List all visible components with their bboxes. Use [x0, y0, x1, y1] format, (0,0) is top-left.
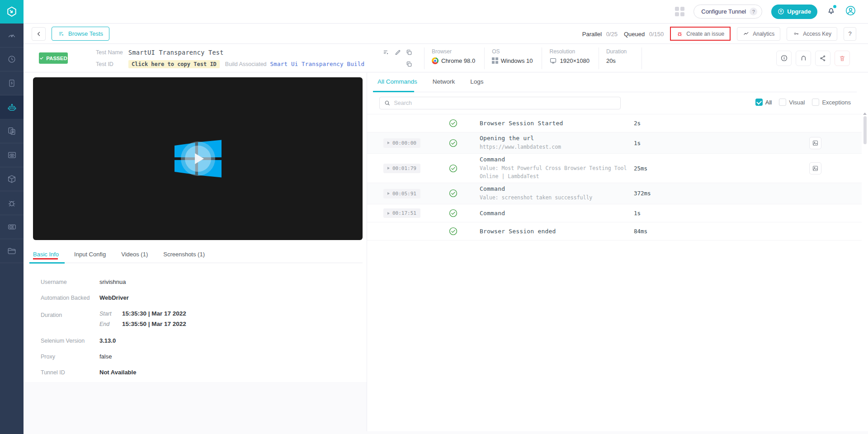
command-search[interactable]	[379, 97, 621, 109]
tab-basic-info[interactable]: Basic Info	[33, 250, 59, 263]
tab-network[interactable]: Network	[433, 78, 455, 92]
sidebar-item-projects[interactable]	[0, 239, 24, 263]
upgrade-button[interactable]: Upgrade	[771, 5, 817, 19]
tab-screenshots[interactable]: Screenshots (1)	[163, 250, 205, 263]
checkbox-visual[interactable]	[779, 99, 786, 106]
copy-test-name-button[interactable]	[406, 49, 412, 56]
command-duration: 2s	[634, 120, 715, 127]
resolution-label: Resolution	[549, 48, 589, 55]
resolution-column: Resolution 1920×1080	[542, 47, 598, 69]
play-icon	[195, 153, 204, 164]
tunnel-help-icon[interactable]: ?	[750, 8, 757, 15]
tab-input-config[interactable]: Input Config	[74, 250, 106, 263]
build-associated-label: Build Associated	[225, 61, 267, 67]
browse-tests-button[interactable]: Browse Tests	[52, 27, 109, 41]
check-circle-icon	[448, 208, 458, 218]
basic-info-section: Username srivishnua Automation Backed We…	[41, 274, 353, 380]
check-circle-icon	[448, 226, 458, 236]
session-arch-button[interactable]	[796, 51, 811, 66]
checkbox-exceptions[interactable]	[812, 99, 819, 106]
account-button[interactable]	[845, 5, 856, 18]
move-to-list-button[interactable]	[382, 49, 390, 56]
command-title: Opening the url	[480, 135, 634, 142]
copy-test-id-action[interactable]: Click here to copy Test ID	[128, 60, 220, 68]
notifications-button[interactable]	[826, 6, 836, 17]
scrollbar-thumb[interactable]	[863, 116, 867, 144]
resolution-value: 1920×1080	[560, 57, 589, 64]
sidebar-item-packages[interactable]	[0, 167, 24, 191]
search-input[interactable]	[394, 100, 616, 106]
end-value: 15:35:50 | Mar 17 2022	[122, 321, 186, 327]
command-timestamp[interactable]: 00:01:79	[383, 164, 420, 173]
command-duration: 1s	[634, 210, 715, 217]
configure-tunnel-button[interactable]: Configure Tunnel ?	[693, 5, 762, 19]
chrome-icon	[432, 57, 439, 64]
package-icon	[7, 174, 17, 184]
test-detail-panel: Basic Info Input Config Videos (1) Scree…	[24, 73, 367, 382]
avatar-icon	[845, 5, 856, 16]
test-video-player[interactable]	[33, 77, 363, 240]
test-info-button[interactable]	[776, 51, 792, 66]
brand-hexagon-icon	[5, 5, 18, 18]
test-toolbar: Browse Tests Parallel 0/25 Queued 0/150 …	[24, 24, 868, 44]
duration-label: Duration	[606, 48, 632, 55]
sidebar-item-realtime[interactable]	[0, 47, 24, 71]
configure-tunnel-label: Configure Tunnel	[701, 8, 746, 15]
test-name-value: SmartUI Transparency Test	[128, 49, 224, 56]
pencil-icon	[395, 49, 401, 56]
play-button[interactable]	[181, 142, 215, 176]
tab-all-commands[interactable]: All Commands	[377, 78, 417, 92]
bug-red-icon	[676, 30, 683, 37]
checkbox-all[interactable]	[755, 99, 763, 106]
command-timestamp[interactable]: 00:17:51	[383, 208, 420, 218]
sidebar-item-debug[interactable]	[0, 191, 24, 215]
test-actions	[776, 51, 850, 66]
os-label: OS	[492, 48, 533, 55]
start-value: 15:35:30 | Mar 17 2022	[122, 310, 186, 317]
info-row-username: Username srivishnua	[41, 274, 353, 290]
status-badge: PASSED	[39, 52, 68, 64]
sidebar-item-resolution[interactable]	[0, 215, 24, 239]
tab-logs[interactable]: Logs	[470, 78, 483, 92]
robot-icon	[7, 102, 17, 113]
commands-scrollbar[interactable]	[863, 113, 867, 429]
filter-exceptions[interactable]: Exceptions	[812, 99, 851, 106]
sidebar-item-dashboard[interactable]	[0, 24, 24, 47]
access-key-button[interactable]: Access Key	[787, 27, 837, 41]
filter-visual[interactable]: Visual	[779, 99, 805, 106]
filter-all[interactable]: All	[755, 99, 772, 106]
copy-build-button[interactable]	[406, 61, 412, 67]
active-commands-tab-indicator	[373, 91, 414, 92]
view-screenshot-button[interactable]	[809, 137, 821, 149]
back-button[interactable]	[32, 27, 46, 41]
access-key-label: Access Key	[803, 31, 831, 37]
command-row: 00:00:00 Opening the url https://www.lam…	[367, 132, 862, 154]
apps-grid-icon[interactable]	[675, 7, 684, 16]
help-button[interactable]: ?	[844, 27, 856, 41]
analytics-button[interactable]: Analytics	[737, 27, 780, 41]
share-button[interactable]	[815, 51, 830, 66]
sidebar-item-automation[interactable]	[0, 95, 24, 119]
browser-label: Browser	[432, 48, 475, 55]
delete-test-button[interactable]	[835, 51, 850, 66]
queued-label: Queued	[624, 31, 645, 38]
parallel-value: 0/25	[606, 31, 618, 38]
upgrade-label: Upgrade	[787, 8, 811, 15]
info-row-selenium: Selenium Version 3.13.0	[41, 333, 353, 349]
edit-test-name-button[interactable]	[395, 49, 401, 56]
build-link[interactable]: Smart Ui Transparency Build	[270, 61, 365, 67]
duration-column: Duration 20s	[599, 47, 642, 69]
sidebar-item-test-logs[interactable]	[0, 119, 24, 143]
create-issue-button[interactable]: Create an issue	[676, 30, 724, 37]
command-list: Browser Session Started 2s 00:00:00 Open…	[367, 114, 862, 241]
basic-info-annotation-underline	[33, 258, 58, 259]
tab-videos[interactable]: Videos (1)	[121, 250, 148, 263]
command-timestamp[interactable]: 00:05:91	[383, 189, 420, 198]
sidebar-item-app-testing[interactable]	[0, 71, 24, 95]
username-value: srivishnua	[99, 278, 126, 285]
check-icon	[39, 56, 44, 60]
command-timestamp[interactable]: 00:00:00	[383, 138, 420, 148]
view-screenshot-button[interactable]	[809, 162, 821, 175]
lambdatest-logo[interactable]	[0, 0, 24, 24]
sidebar-item-smart-ui[interactable]	[0, 143, 24, 167]
